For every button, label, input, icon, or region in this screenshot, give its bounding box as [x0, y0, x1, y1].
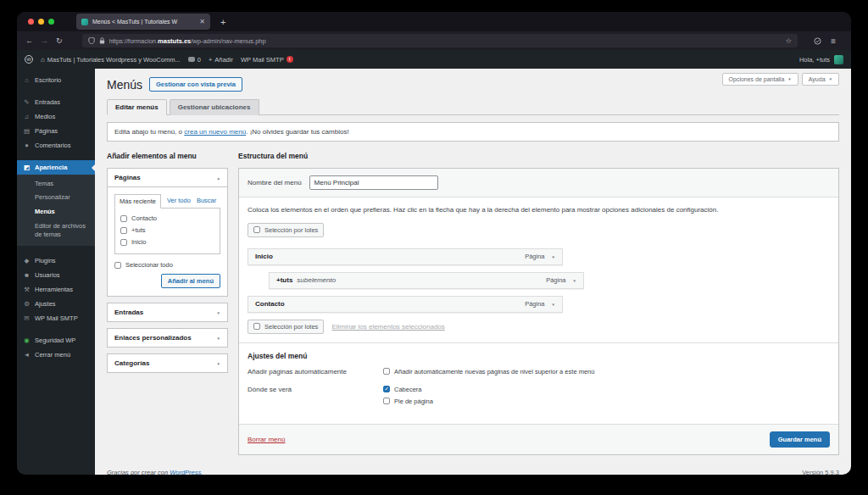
sidebar-item-ajustes[interactable]: ⚙Ajustes [17, 297, 95, 311]
checkbox[interactable] [253, 226, 260, 233]
submenu-item-editor-archivos[interactable]: Editor de archivos de temas [17, 219, 95, 242]
submenu-item-menus[interactable]: Menús [17, 205, 95, 220]
sidebar-item-wp-mail-smtp[interactable]: ✉WP Mail SMTP [17, 311, 95, 325]
sidebar-item-herramientas[interactable]: ⚒Herramientas [17, 282, 95, 297]
checkbox[interactable] [383, 398, 390, 404]
back-icon[interactable]: ← [25, 36, 33, 45]
sidebar-item-comentarios[interactable]: ●Comentarios [17, 138, 95, 153]
minimize-window-button[interactable] [38, 19, 44, 25]
help-button[interactable]: Ayuda [802, 73, 839, 86]
forward-icon[interactable]: → [41, 36, 48, 45]
checkbox-checked[interactable] [383, 386, 390, 392]
entradas-panel-header[interactable]: Entradas [108, 303, 227, 321]
url-text[interactable]: https://formacion.mastuts.es/wp-admin/na… [109, 37, 266, 45]
bulk-select-toggle[interactable]: Selección por lotes [248, 320, 324, 334]
new-tab-button[interactable]: + [220, 17, 225, 27]
home-icon: ⌂ [41, 56, 45, 64]
menu-name-row: Nombre del menú [239, 169, 838, 197]
sidebar-item-apariencia[interactable]: ◩Apariencia [17, 160, 95, 175]
appearance-submenu: Temas Personalizar Menús Editor de archi… [17, 175, 95, 246]
add-to-menu-button[interactable]: Añadir al menú [161, 274, 220, 288]
admin-bar-site[interactable]: ⌂ MasTuts | Tutoriales Wordpress y WooCo… [41, 56, 181, 64]
page-checkbox-tuts[interactable]: +tuts [120, 226, 214, 234]
tab-mas-reciente[interactable]: Más reciente [114, 194, 161, 209]
chevron-down-icon[interactable] [573, 276, 576, 284]
categorias-panel-header[interactable]: Categorías [108, 354, 227, 372]
select-all-row[interactable]: Seleccionar todo [114, 261, 220, 269]
media-icon: ♫ [23, 113, 31, 120]
remove-selected-link[interactable]: Eliminar los elementos seleccionados [331, 323, 444, 331]
url-bar[interactable]: https://formacion.mastuts.es/wp-admin/na… [82, 34, 798, 47]
location-label: Cabecera [394, 386, 422, 393]
chevron-up-icon[interactable] [217, 174, 220, 181]
location-pie-row[interactable]: Pie de página [383, 398, 433, 405]
sidebar-item-seguridad-wp[interactable]: ◉Seguridad WP [17, 333, 95, 348]
sidebar-item-entradas[interactable]: ✎Entradas [17, 95, 95, 109]
lock-icon[interactable] [99, 37, 105, 44]
tab-buscar[interactable]: Buscar [197, 194, 216, 208]
footer-version: Versión 5.9.3 [802, 469, 839, 476]
bulk-select-toggle[interactable]: Selección por lotes [248, 223, 324, 237]
wordpress-logo-icon[interactable]: W [25, 55, 33, 64]
tab-editar-menus[interactable]: Editar menús [107, 99, 167, 115]
extension-shield-icon[interactable] [814, 33, 821, 48]
auto-add-label: Añadir páginas automáticamente [248, 368, 383, 380]
zoom-window-button[interactable] [48, 19, 54, 25]
create-new-menu-link[interactable]: crea un nuevo menú [184, 128, 246, 136]
smtp-label: WP Mail SMTP [241, 56, 284, 64]
bookmark-star-icon[interactable]: ☆ [786, 36, 793, 45]
checkbox[interactable] [120, 239, 127, 246]
auto-add-checkbox-row[interactable]: Añadir automáticamente nuevas páginas de… [383, 368, 594, 375]
admin-bar-new[interactable]: + Añadir [209, 56, 233, 64]
checkbox[interactable] [253, 323, 260, 330]
page-checkbox-contacto[interactable]: Contacto [120, 214, 214, 222]
tab-gestionar-ubicaciones[interactable]: Gestionar ubicaciones [170, 99, 259, 115]
checkbox[interactable] [114, 262, 121, 269]
sidebar-item-plugins[interactable]: ◆Plugins [17, 253, 95, 268]
manage-with-live-preview-button[interactable]: Gestionar con vista previa [149, 77, 242, 92]
checkbox[interactable] [383, 368, 390, 375]
enlaces-personalizados-panel: Enlaces personalizados [107, 328, 228, 348]
tab-ver-todo[interactable]: Ver todo [167, 194, 191, 208]
chevron-down-icon[interactable] [552, 300, 555, 308]
wordpress-link[interactable]: WordPress. [170, 469, 203, 476]
checkbox[interactable] [120, 215, 127, 222]
checkbox-label: Inicio [131, 238, 147, 246]
menu-item-inicio[interactable]: Inicio Página [248, 248, 563, 265]
chevron-down-icon[interactable] [217, 359, 220, 367]
screen-options-button[interactable]: Opciones de pantalla [722, 73, 798, 86]
tracking-shield-icon[interactable] [88, 37, 95, 44]
sidebar-item-paginas[interactable]: ▤Páginas [17, 124, 95, 138]
admin-sidebar: ⌂Escritorio ✎Entradas ♫Medios ▤Páginas ●… [17, 69, 95, 475]
page-checkbox-inicio[interactable]: Inicio [120, 238, 214, 246]
sidebar-item-label: Escritorio [35, 76, 61, 84]
sidebar-item-escritorio[interactable]: ⌂Escritorio [17, 73, 95, 87]
delete-menu-link[interactable]: Borrar menú [248, 436, 285, 443]
menu-name-input[interactable] [309, 175, 438, 190]
enlaces-panel-header[interactable]: Enlaces personalizados [108, 329, 227, 347]
sidebar-item-medios[interactable]: ♫Medios [17, 109, 95, 124]
close-window-button[interactable] [28, 19, 34, 25]
sidebar-item-usuarios[interactable]: ☻Usuarios [17, 268, 95, 282]
browser-tab[interactable]: Menús < MasTuts | Tutoriales W ✕ [76, 14, 210, 30]
hamburger-menu-icon[interactable]: ≡ [831, 36, 836, 46]
admin-bar-wp-mail-smtp[interactable]: WP Mail SMTP ! [241, 56, 293, 64]
menu-item-contacto[interactable]: Contacto Página [248, 296, 563, 313]
chevron-down-icon[interactable] [217, 334, 220, 342]
chevron-down-icon[interactable] [217, 309, 220, 316]
save-menu-button[interactable]: Guardar menú [770, 431, 830, 448]
checkbox[interactable] [120, 227, 127, 234]
menu-item-tuts[interactable]: +tuts subelemento Página [269, 272, 584, 289]
pages-panel-header[interactable]: Páginas [108, 169, 227, 187]
location-cabecera-row[interactable]: Cabecera [383, 386, 433, 393]
submenu-item-personalizar[interactable]: Personalizar [17, 191, 95, 205]
reload-icon[interactable]: ↻ [56, 36, 63, 45]
admin-bar-comments[interactable]: 0 [188, 56, 201, 64]
tab-close-icon[interactable]: ✕ [199, 18, 205, 25]
sidebar-item-label: Medios [35, 113, 55, 120]
admin-bar-account[interactable]: Hola, +tuts [799, 55, 843, 64]
chevron-down-icon[interactable] [552, 253, 555, 260]
sidebar-collapse-button[interactable]: ◄Cerrar menú [17, 348, 95, 362]
submenu-item-temas[interactable]: Temas [17, 176, 95, 191]
help-label: Ayuda [809, 76, 826, 82]
